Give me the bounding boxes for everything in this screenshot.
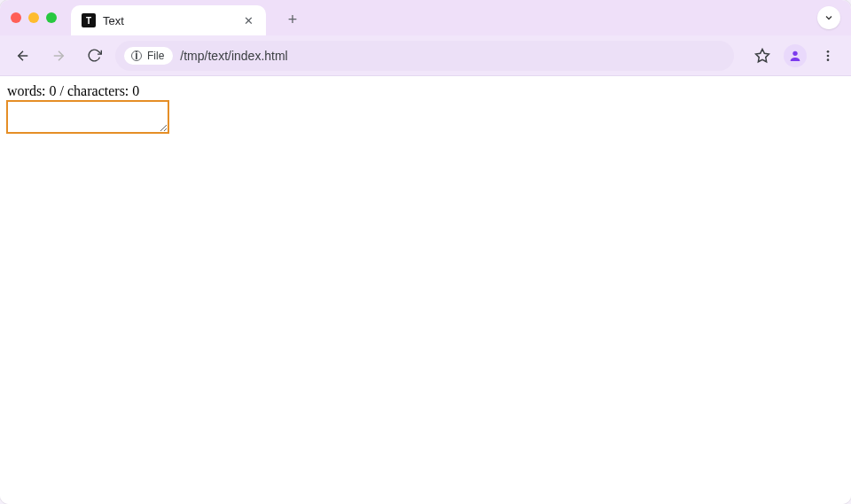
toolbar-right [748,42,842,70]
page-content: words: 0 / characters: 0 [0,76,851,504]
characters-label: characters: [67,83,132,98]
kebab-menu-icon [821,49,835,63]
star-icon [754,48,770,64]
arrow-right-icon [51,48,66,64]
titlebar: T Text ✕ + [0,0,851,35]
profile-button[interactable] [784,44,807,67]
url-text: /tmp/text/index.html [180,49,287,63]
address-bar[interactable]: i File /tmp/text/index.html [115,41,734,71]
info-icon: i [131,50,142,61]
word-count-value: 0 [50,83,57,98]
svg-point-5 [827,54,830,57]
url-scheme-chip[interactable]: i File [124,47,173,65]
browser-toolbar: i File /tmp/text/index.html [0,35,851,76]
char-count-value: 0 [132,83,139,98]
svg-point-6 [827,58,830,61]
counter-separator: / [57,83,67,98]
chevron-down-icon [824,12,834,23]
words-label: words: [7,83,50,98]
bookmark-button[interactable] [748,42,777,70]
back-button[interactable] [9,42,37,70]
window-controls [11,12,57,23]
close-tab-icon[interactable]: ✕ [242,13,255,28]
browser-tab[interactable]: T Text ✕ [71,5,266,35]
reload-icon [87,48,102,63]
window-close-icon[interactable] [11,12,21,23]
window-fullscreen-icon[interactable] [46,12,57,23]
tabs-dropdown-button[interactable] [817,6,840,29]
svg-point-4 [827,50,830,53]
person-icon [788,49,802,63]
counter-line: words: 0 / characters: 0 [7,83,844,99]
arrow-left-icon [15,48,31,64]
tab-title: Text [103,14,235,27]
svg-point-3 [792,50,797,55]
new-tab-button[interactable]: + [280,7,305,32]
reload-button[interactable] [80,42,108,70]
text-input[interactable] [7,101,168,133]
url-scheme-label: File [147,50,164,62]
window-minimize-icon[interactable] [28,12,39,23]
svg-marker-2 [756,49,769,61]
tab-favicon-icon: T [82,13,96,27]
forward-button[interactable] [44,42,73,70]
overflow-menu-button[interactable] [814,42,842,70]
browser-window: T Text ✕ + i File /tmp/text/index.html [0,0,851,504]
